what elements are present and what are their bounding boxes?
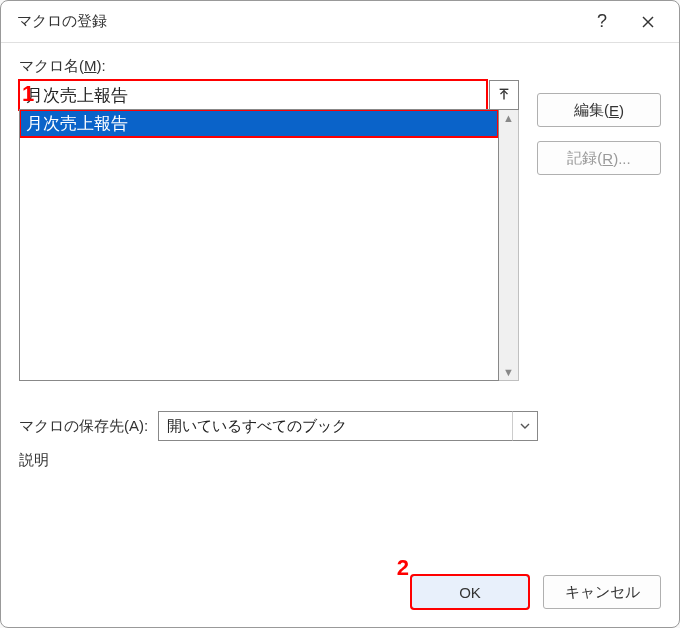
macro-name-label: マクロ名(M): <box>19 57 519 76</box>
edit-button[interactable]: 編集(E) <box>537 93 661 127</box>
help-button[interactable]: ? <box>579 6 625 38</box>
macro-listbox[interactable]: 月次売上報告 <box>19 109 499 381</box>
record-button[interactable]: 記録(R)... <box>537 141 661 175</box>
listbox-scrollbar[interactable]: ▲ ▼ <box>499 109 519 381</box>
dialog-footer: OK キャンセル <box>411 575 661 609</box>
storage-select-value: 開いているすべてのブック <box>167 417 347 436</box>
annotation-1: 1 <box>22 81 34 107</box>
storage-label: マクロの保存先(A): <box>19 417 148 436</box>
annotation-2: 2 <box>397 555 409 581</box>
list-item[interactable]: 月次売上報告 <box>20 110 498 137</box>
close-button[interactable] <box>625 6 671 38</box>
description-label: 説明 <box>19 451 661 470</box>
titlebar: マクロの登録 ? <box>1 1 679 43</box>
storage-select-arrow[interactable] <box>512 411 538 441</box>
storage-select[interactable]: 開いているすべてのブック <box>158 411 538 441</box>
dialog-body: マクロ名(M): 1 <box>1 43 679 627</box>
dialog-title: マクロの登録 <box>15 12 579 31</box>
macro-name-input[interactable] <box>19 80 487 110</box>
ok-button[interactable]: OK <box>411 575 529 609</box>
scroll-down-icon[interactable]: ▼ <box>503 366 514 378</box>
scroll-up-icon[interactable]: ▲ <box>503 112 514 124</box>
collapse-dialog-button[interactable] <box>489 80 519 110</box>
cancel-button[interactable]: キャンセル <box>543 575 661 609</box>
assign-macro-dialog: マクロの登録 ? マクロ名(M): 1 <box>0 0 680 628</box>
